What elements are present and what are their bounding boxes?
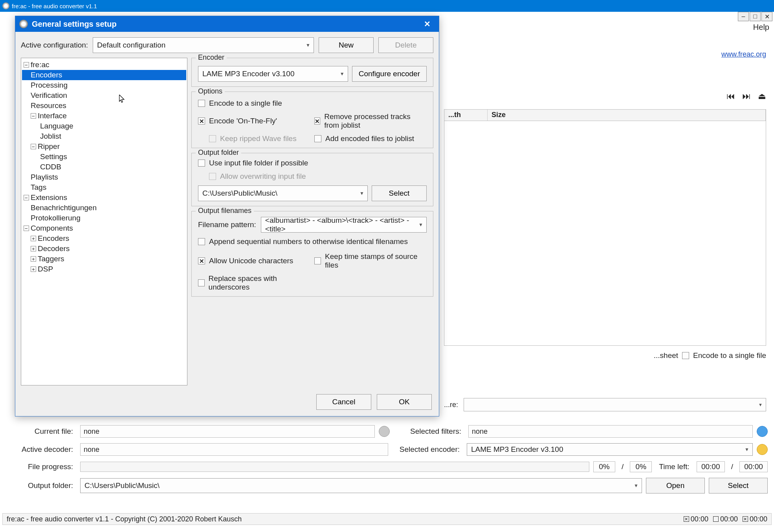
dialog-title: General settings setup bbox=[32, 20, 419, 29]
minimize-button[interactable]: – bbox=[738, 12, 749, 21]
active-decoder-label: Active decoder: bbox=[16, 445, 76, 454]
configure-encoder-button[interactable]: Configure encoder bbox=[352, 66, 427, 82]
allow-unicode-checkbox[interactable]: ✕Allow Unicode characters bbox=[198, 252, 310, 270]
collapse-icon[interactable]: − bbox=[24, 195, 29, 200]
tree-item-ripper[interactable]: −Ripper bbox=[22, 141, 186, 152]
encode-single-checkbox[interactable]: Encode to a single file bbox=[198, 99, 310, 108]
output-path-combo[interactable]: C:\Users\Public\Music\ ▼ bbox=[198, 185, 368, 201]
options-legend: Options bbox=[196, 87, 225, 95]
collapse-icon[interactable]: − bbox=[24, 62, 29, 68]
tree-item-components[interactable]: −Components bbox=[22, 223, 186, 233]
current-file-field: none bbox=[80, 425, 375, 438]
prev-icon[interactable]: ⏮ bbox=[726, 91, 735, 101]
expand-icon[interactable]: + bbox=[31, 236, 36, 241]
keep-wave-checkbox: Keep ripped Wave files bbox=[198, 134, 310, 143]
menu-help[interactable]: Help bbox=[753, 23, 769, 32]
time-left-2: 00:00 bbox=[739, 461, 768, 472]
filename-pattern-combo[interactable]: <albumartist> - <album>\<track> - <artis… bbox=[261, 217, 427, 233]
dialog-titlebar[interactable]: General settings setup ✕ bbox=[15, 16, 439, 32]
tree-item-encoders[interactable]: Encoders bbox=[22, 70, 186, 80]
tree-item-c-taggers[interactable]: +Taggers bbox=[22, 254, 186, 264]
tree-item-resources[interactable]: Resources bbox=[22, 101, 186, 111]
active-config-combo[interactable]: Default configuration ▼ bbox=[93, 37, 314, 53]
collapse-icon[interactable]: − bbox=[24, 226, 29, 231]
options-fieldset: Options Encode to a single file ✕Encode … bbox=[191, 92, 433, 148]
bg-encode-single-label: Encode to a single file bbox=[693, 351, 766, 360]
website-link[interactable]: www.freac.org bbox=[721, 50, 766, 59]
main-titlebar: fre:ac - free audio converter v1.1 bbox=[0, 0, 774, 12]
filename-pattern-label: Filename pattern: bbox=[198, 220, 256, 229]
selected-filters-label: Selected filters: bbox=[394, 427, 464, 436]
app-icon bbox=[2, 2, 9, 9]
open-button[interactable]: Open bbox=[646, 478, 705, 493]
tree-item-settings[interactable]: Settings bbox=[22, 152, 186, 162]
info-icon[interactable] bbox=[757, 426, 768, 437]
cancel-button[interactable]: Cancel bbox=[316, 394, 371, 410]
tree-item-processing[interactable]: Processing bbox=[22, 80, 186, 90]
tree-item-c-encoders[interactable]: +Encoders bbox=[22, 233, 186, 244]
tree-item-playlists[interactable]: Playlists bbox=[22, 172, 186, 182]
tree-item-verification[interactable]: Verification bbox=[22, 90, 186, 101]
next-icon[interactable]: ⏭ bbox=[742, 91, 751, 101]
tree-item-interface[interactable]: −Interface bbox=[22, 111, 186, 121]
bg-genre-label: ...re: bbox=[444, 401, 458, 409]
expand-icon[interactable]: + bbox=[31, 246, 36, 251]
close-button[interactable]: ✕ bbox=[761, 12, 772, 21]
dialog-icon bbox=[19, 20, 28, 28]
refresh-icon[interactable] bbox=[379, 426, 390, 437]
output-path-value: C:\Users\Public\Music\ bbox=[202, 189, 277, 198]
settings-tree[interactable]: −fre:ac Encoders Processing Verification… bbox=[21, 58, 187, 385]
ok-button[interactable]: OK bbox=[377, 394, 432, 410]
tree-item-joblist[interactable]: Joblist bbox=[22, 131, 186, 141]
settings-right-panel: Encoder LAME MP3 Encoder v3.100 ▼ Config… bbox=[191, 58, 433, 385]
output-folder-label: Output folder: bbox=[16, 481, 76, 490]
select-output-folder-button[interactable]: Select bbox=[372, 185, 427, 201]
eject-icon[interactable]: ⏏ bbox=[758, 91, 766, 101]
gear-icon[interactable] bbox=[757, 444, 768, 455]
bg-encode-single-checkbox[interactable] bbox=[682, 352, 689, 359]
tree-item-benach[interactable]: Benachrichtigungen bbox=[22, 203, 186, 213]
append-seq-checkbox[interactable]: Append sequential numbers to otherwise i… bbox=[198, 237, 427, 246]
encoder-combo-value: LAME MP3 Encoder v3.100 bbox=[202, 70, 294, 78]
replace-spaces-checkbox[interactable]: Replace spaces with underscores bbox=[198, 274, 310, 292]
col-length[interactable]: ...th bbox=[444, 110, 488, 121]
encoder-combo[interactable]: LAME MP3 Encoder v3.100 ▼ bbox=[198, 66, 348, 82]
output-folder-fieldset: Output folder Use input file folder if p… bbox=[191, 153, 433, 206]
tree-item-freac[interactable]: −fre:ac bbox=[22, 60, 186, 70]
add-encoded-checkbox[interactable]: Add encoded files to joblist bbox=[314, 134, 427, 143]
new-config-button[interactable]: New bbox=[319, 37, 374, 53]
collapse-icon[interactable]: − bbox=[31, 144, 36, 149]
selected-encoder-label: Selected encoder: bbox=[392, 445, 463, 454]
time-left-label: Time left: bbox=[656, 462, 692, 471]
select-folder-button[interactable]: Select bbox=[709, 478, 768, 493]
tree-item-tags[interactable]: Tags bbox=[22, 182, 186, 193]
dialog-close-button[interactable]: ✕ bbox=[419, 16, 435, 32]
tree-item-protokoll[interactable]: Protokollierung bbox=[22, 213, 186, 223]
remove-processed-checkbox[interactable]: ✕Remove processed tracks from joblist bbox=[314, 112, 427, 130]
tree-item-cddb[interactable]: CDDB bbox=[22, 162, 186, 172]
encode-on-the-fly-checkbox[interactable]: ✕Encode 'On-The-Fly' bbox=[198, 112, 310, 130]
collapse-icon[interactable]: − bbox=[31, 113, 36, 119]
current-file-label: Current file: bbox=[16, 427, 76, 436]
tree-item-language[interactable]: Language bbox=[22, 121, 186, 131]
file-progress-label: File progress: bbox=[16, 462, 76, 471]
maximize-button[interactable]: □ bbox=[750, 12, 761, 21]
joblist-body[interactable] bbox=[444, 121, 766, 346]
file-progress-pct2: 0% bbox=[630, 461, 652, 472]
use-input-folder-checkbox[interactable]: Use input file folder if possible bbox=[198, 159, 427, 167]
statusbar: fre:ac - free audio converter v1.1 - Cop… bbox=[2, 513, 772, 525]
keep-timestamps-checkbox[interactable]: Keep time stamps of source files bbox=[314, 252, 427, 270]
expand-icon[interactable]: + bbox=[31, 266, 36, 272]
output-filenames-legend: Output filenames bbox=[196, 207, 254, 215]
bg-genre-combo[interactable]: ▼ bbox=[464, 398, 766, 411]
expand-icon[interactable]: + bbox=[31, 256, 36, 262]
tree-item-c-dsp[interactable]: +DSP bbox=[22, 264, 186, 274]
col-size[interactable]: Size bbox=[488, 110, 766, 121]
joblist-header: ...th Size bbox=[444, 109, 766, 121]
tree-item-extensions[interactable]: −Extensions bbox=[22, 193, 186, 203]
output-folder-combo[interactable]: C:\Users\Public\Music\ ▼ bbox=[80, 478, 642, 493]
file-progress-pct1: 0% bbox=[593, 461, 615, 472]
selected-encoder-combo[interactable]: LAME MP3 Encoder v3.100 ▼ bbox=[467, 443, 753, 456]
filename-pattern-value: <albumartist> - <album>\<track> - <artis… bbox=[265, 216, 422, 233]
tree-item-c-decoders[interactable]: +Decoders bbox=[22, 244, 186, 254]
